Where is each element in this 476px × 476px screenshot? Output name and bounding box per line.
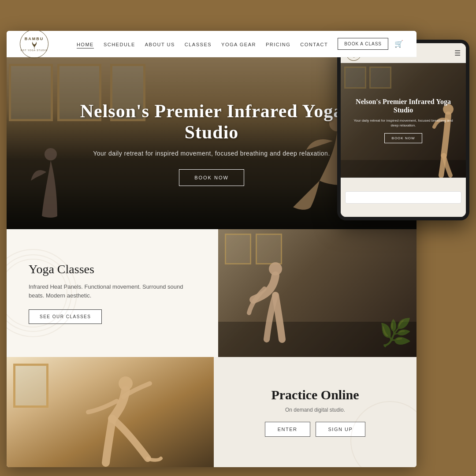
nav-item-schedule[interactable]: SCHEDULE	[104, 40, 135, 48]
nav-links: HOME SCHEDULE ABOUT US CLASSES YOGA GEAR…	[77, 38, 388, 50]
book-a-class-button[interactable]: BOOK A CLASS	[338, 38, 388, 50]
yoga-photo-background: 🌿	[218, 229, 416, 357]
tablet-device: BAMBU HOT YOGA STUDIO ☰	[337, 40, 469, 220]
logo-leaf-icon	[30, 41, 39, 49]
navbar: BAMBU HOT YOGA STUDIO HOME SCHEDULE ABOU…	[7, 31, 416, 57]
cart-icon[interactable]: 🛒	[394, 40, 403, 48]
nav-item-yoga-gear[interactable]: YOGA GEAR	[221, 40, 256, 48]
mandala-bottom-decoration	[350, 401, 416, 467]
enter-button[interactable]: ENTER	[265, 422, 310, 437]
practice-online-description: On demand digital studio.	[285, 407, 345, 413]
yoga-figure-mid	[231, 251, 311, 357]
hero-book-button[interactable]: BOOK NOW	[179, 169, 244, 186]
nav-item-about[interactable]: ABOUT US	[145, 40, 175, 48]
bottom-section: Practice Online On demand digital studio…	[7, 357, 416, 467]
hero-subtitle: Your daily retreat for inspired movement…	[57, 150, 366, 157]
logo-circle: BAMBU HOT YOGA STUDIO	[20, 31, 48, 58]
logo-brand-bottom: HOT YOGA STUDIO	[21, 49, 48, 52]
nav-book-button-item[interactable]: BOOK A CLASS	[338, 38, 388, 50]
nav-item-contact[interactable]: CONTACT	[300, 40, 328, 48]
yoga-figure-bottom	[55, 370, 165, 467]
tablet-book-button[interactable]: BOOK NOW	[384, 133, 423, 143]
practice-online-panel: Practice Online On demand digital studio…	[214, 357, 416, 467]
tablet-hamburger-icon[interactable]: ☰	[454, 49, 461, 57]
tablet-hero-title: Nelson's Premier Infrared Yoga Studio	[350, 97, 457, 114]
yoga-classes-panel: Yoga Classes Infrared Heat Panels. Funct…	[7, 229, 218, 357]
nav-item-pricing[interactable]: PRICING	[266, 40, 290, 48]
palm-leaf-decoration: 🌿	[379, 317, 412, 348]
tablet-nav-bar	[345, 191, 461, 204]
logo-brand-top: BAMBU	[25, 37, 44, 41]
tablet-screen: BAMBU HOT YOGA STUDIO ☰	[341, 43, 466, 217]
hero-title: Nelson's Premier Infrared Yoga Studio	[57, 100, 366, 143]
practice-online-title: Practice Online	[271, 387, 359, 402]
logo-area: BAMBU HOT YOGA STUDIO	[20, 31, 48, 58]
tablet-hero-subtitle: Your daily retreat for inspired movement…	[350, 118, 457, 128]
nav-item-home[interactable]: HOME	[77, 40, 94, 48]
tablet-bottom-bar	[341, 178, 466, 217]
nav-item-classes[interactable]: CLASSES	[185, 40, 212, 48]
tablet-hero: Nelson's Premier Infrared Yoga Studio Yo…	[341, 63, 466, 178]
yoga-photo-panel: 🌿	[218, 229, 416, 357]
hero-content: Nelson's Premier Infrared Yoga Studio Yo…	[57, 100, 366, 186]
tablet-hero-content: Nelson's Premier Infrared Yoga Studio Yo…	[350, 97, 457, 143]
mid-section: Yoga Classes Infrared Heat Panels. Funct…	[7, 229, 416, 357]
bottom-window	[13, 364, 48, 408]
bottom-yoga-photo	[7, 357, 214, 467]
